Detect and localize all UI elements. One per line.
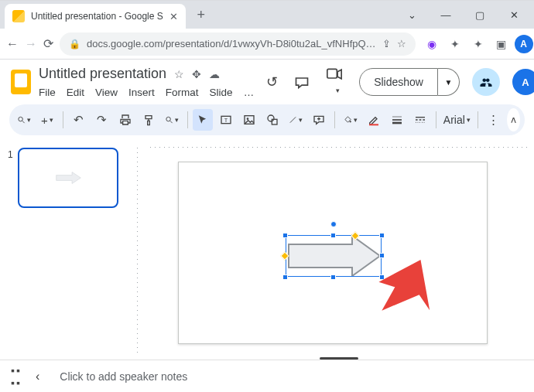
selection-outline xyxy=(286,235,382,277)
svg-point-1 xyxy=(19,117,23,121)
canvas-area xyxy=(144,141,534,360)
bottom-bar: ▪▪▪▪ ‹ Click to add speaker notes xyxy=(0,360,534,392)
horizontal-ruler xyxy=(144,141,534,154)
star-icon[interactable]: ☆ xyxy=(174,68,184,80)
svg-text:T: T xyxy=(224,117,228,124)
select-tool[interactable] xyxy=(193,109,213,131)
fill-color-button[interactable] xyxy=(341,109,361,131)
browser-extensions: ◉ ✦ ✦ ▣ A ⋮ xyxy=(422,34,534,54)
font-selector[interactable]: Arial xyxy=(441,109,472,131)
thumbnail-arrow-icon xyxy=(55,171,81,185)
menu-insert[interactable]: Insert xyxy=(128,87,155,98)
history-icon[interactable]: ↺ xyxy=(262,73,282,90)
svg-rect-10 xyxy=(272,119,277,124)
chrome-profile-avatar[interactable]: A xyxy=(515,35,533,53)
menu-format[interactable]: Format xyxy=(166,87,199,98)
reload-button[interactable]: ⟳ xyxy=(43,33,53,55)
menu-view[interactable]: View xyxy=(95,87,118,98)
new-slide-button[interactable]: + xyxy=(37,109,57,131)
resize-handle-mr[interactable] xyxy=(379,253,385,258)
svg-line-4 xyxy=(169,121,172,123)
prev-slide-button[interactable]: ‹ xyxy=(36,370,39,383)
svg-rect-15 xyxy=(369,124,378,125)
comments-icon[interactable] xyxy=(294,74,314,90)
menu-bar: File Edit View Insert Format Slide … xyxy=(39,87,254,98)
menu-file[interactable]: File xyxy=(39,87,56,98)
svg-point-14 xyxy=(349,121,351,122)
resize-handle-tl[interactable] xyxy=(282,233,288,238)
border-dash-button[interactable] xyxy=(410,109,430,131)
search-menu-button[interactable] xyxy=(14,109,34,131)
doc-title[interactable]: Untitled presentation xyxy=(39,66,166,82)
cloud-status-icon[interactable]: ☁ xyxy=(209,68,220,80)
collapse-toolbar-button[interactable]: ʌ xyxy=(507,108,520,131)
selected-shape[interactable] xyxy=(286,229,382,277)
share-button[interactable] xyxy=(472,68,500,96)
resize-handle-tm[interactable] xyxy=(330,233,336,238)
close-tab-icon[interactable]: ✕ xyxy=(169,11,178,22)
paint-format-button[interactable] xyxy=(139,109,159,131)
resize-handle-bm[interactable] xyxy=(330,274,336,280)
svg-line-11 xyxy=(290,117,296,122)
zoom-button[interactable] xyxy=(162,109,182,131)
more-tools-button[interactable]: ⋮ xyxy=(484,109,504,131)
new-tab-button[interactable]: + xyxy=(190,7,212,23)
window-controls: ⌄ ― ▢ ✕ xyxy=(396,4,534,26)
app-header: Untitled presentation ☆ ✥ ☁ File Edit Vi… xyxy=(0,60,534,98)
svg-point-9 xyxy=(268,115,274,121)
svg-point-3 xyxy=(166,117,170,121)
share-url-icon[interactable]: ⇪ xyxy=(382,38,391,49)
filmstrip-slide[interactable]: 1 xyxy=(8,148,124,208)
extensions-icon[interactable]: ✦ xyxy=(468,34,488,54)
comment-tool[interactable] xyxy=(309,109,329,131)
svg-rect-0 xyxy=(327,69,337,78)
slideshow-button[interactable]: Slideshow xyxy=(359,68,438,96)
textbox-tool[interactable]: T xyxy=(216,109,236,131)
shape-tool[interactable] xyxy=(262,109,282,131)
lock-icon: 🔒 xyxy=(69,39,80,49)
image-tool[interactable] xyxy=(239,109,259,131)
forward-button[interactable]: → xyxy=(25,33,37,55)
redo-button[interactable]: ↷ xyxy=(92,109,112,131)
filmstrip[interactable]: 1 xyxy=(0,141,132,360)
address-bar[interactable]: 🔒 docs.google.com/presentation/d/1vwxyVh… xyxy=(60,32,416,56)
line-tool[interactable] xyxy=(286,109,306,131)
window-titlebar: Untitled presentation - Google S ✕ + ⌄ ―… xyxy=(0,1,534,29)
close-window-button[interactable]: ✕ xyxy=(498,4,529,26)
resize-handle-br[interactable] xyxy=(379,274,385,280)
menu-edit[interactable]: Edit xyxy=(67,87,84,98)
browser-toolbar: ← → ⟳ 🔒 docs.google.com/presentation/d/1… xyxy=(0,29,534,60)
slide-canvas[interactable] xyxy=(178,162,488,344)
menu-slide[interactable]: Slide xyxy=(210,87,233,98)
move-icon[interactable]: ✥ xyxy=(192,68,201,80)
grid-view-button[interactable]: ▪▪▪▪ xyxy=(11,364,22,389)
slideshow-split-button: Slideshow ▼ xyxy=(359,68,460,96)
print-button[interactable] xyxy=(115,109,135,131)
extension-box-icon[interactable]: ▣ xyxy=(491,34,512,54)
slides-favicon xyxy=(12,10,25,22)
slideshow-dropdown[interactable]: ▼ xyxy=(438,68,460,96)
account-avatar[interactable]: A xyxy=(512,69,534,95)
meet-icon[interactable] xyxy=(327,68,347,97)
undo-button[interactable]: ↶ xyxy=(69,109,89,131)
border-weight-button[interactable] xyxy=(387,109,407,131)
menu-more[interactable]: … xyxy=(244,87,255,98)
svg-point-8 xyxy=(247,118,249,120)
minimize-button[interactable]: ― xyxy=(430,4,461,26)
minimize-chevron-icon[interactable]: ⌄ xyxy=(396,4,427,26)
rotate-handle[interactable] xyxy=(330,221,337,227)
bookmark-icon[interactable]: ☆ xyxy=(397,38,406,49)
border-color-button[interactable] xyxy=(364,109,384,131)
speaker-notes-input[interactable]: Click to add speaker notes xyxy=(53,370,523,383)
maximize-button[interactable]: ▢ xyxy=(464,4,495,26)
svg-line-2 xyxy=(22,121,25,123)
slides-logo[interactable] xyxy=(11,66,31,97)
slide-thumbnail[interactable] xyxy=(18,148,118,208)
resize-handle-bl[interactable] xyxy=(282,274,288,280)
back-button[interactable]: ← xyxy=(6,33,19,55)
browser-tab[interactable]: Untitled presentation - Google S ✕ xyxy=(5,4,186,29)
extension-paw-icon[interactable]: ✦ xyxy=(445,34,465,54)
resize-handle-tr[interactable] xyxy=(379,233,385,238)
work-area: 1 xyxy=(0,141,534,360)
extension-play-icon[interactable]: ◉ xyxy=(422,34,442,54)
